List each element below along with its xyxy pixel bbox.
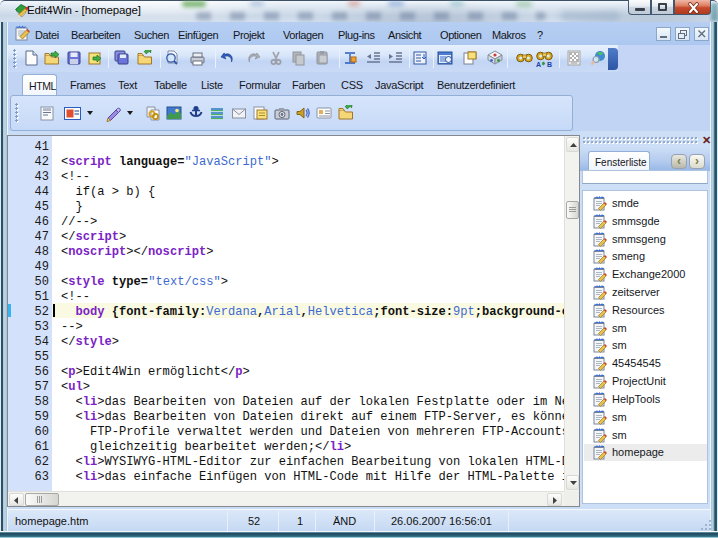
- svg-text:A: A: [536, 61, 541, 68]
- svg-text:B: B: [547, 61, 552, 68]
